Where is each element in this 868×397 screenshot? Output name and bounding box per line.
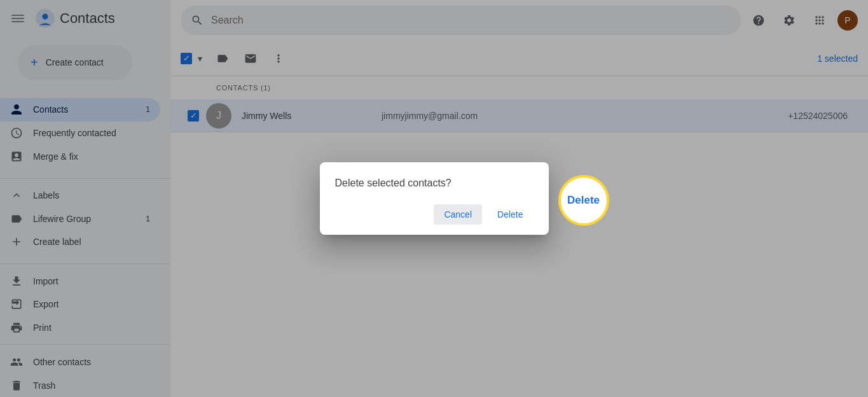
callout-circle: Delete [558, 175, 609, 226]
main-content: P ✓ ▾ 1 selected CONTACTS (1) [170, 0, 868, 397]
modal-overlay: Delete selected contacts? Cancel Delete … [0, 0, 868, 397]
callout-label: Delete [567, 194, 600, 207]
dialog-actions: Cancel Delete [335, 204, 534, 225]
delete-button[interactable]: Delete [487, 204, 533, 225]
delete-dialog: Delete selected contacts? Cancel Delete … [320, 162, 549, 235]
cancel-button[interactable]: Cancel [434, 204, 482, 225]
dialog-title: Delete selected contacts? [335, 178, 534, 189]
callout-annotation: Delete [558, 175, 609, 226]
